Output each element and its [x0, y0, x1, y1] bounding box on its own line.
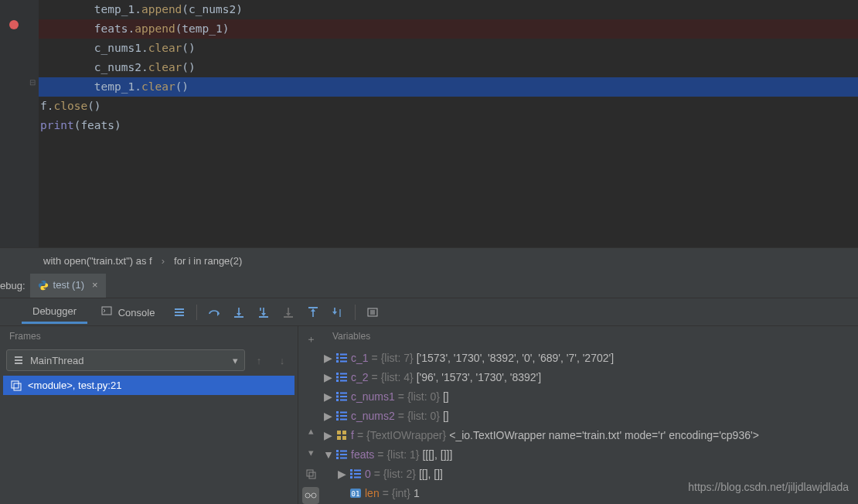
svg-rect-49: [350, 469, 352, 472]
variable-value: [[], []]: [419, 468, 443, 480]
svg-rect-40: [342, 431, 346, 434]
scroll-down-icon[interactable]: ▾: [302, 444, 319, 461]
code-editor[interactable]: ⊟ temp_1.append(c_nums2) feats.append(te…: [0, 0, 858, 247]
svg-rect-11: [307, 470, 313, 476]
variable-name: 0: [365, 468, 371, 480]
frame-prev-icon[interactable]: ↑: [250, 351, 268, 369]
code-line[interactable]: f.close(): [0, 97, 858, 116]
svg-text:01: 01: [352, 490, 360, 498]
code-line[interactable]: temp_1.clear(): [0, 77, 858, 97]
step-out-icon[interactable]: [302, 301, 324, 323]
var-type-icon: [335, 390, 348, 403]
variable-row[interactable]: ▼feats = {list: 1} [[[], []]]: [323, 444, 858, 464]
code-line[interactable]: print(feats): [0, 116, 858, 135]
variable-value: ['96', '1573', '1730', '8392']: [417, 371, 542, 383]
breadcrumb[interactable]: with open("train.txt") as f › for i in r…: [0, 247, 858, 274]
variable-row[interactable]: ▶c_nums1 = {list: 0} []: [323, 387, 858, 406]
step-into-my-code-icon[interactable]: [253, 301, 274, 323]
code-line[interactable]: c_nums1.clear(): [0, 39, 858, 58]
svg-rect-42: [342, 436, 346, 440]
tree-toggle-icon[interactable]: ▼: [323, 448, 332, 461]
var-type-icon: [335, 448, 348, 461]
svg-rect-18: [340, 353, 347, 355]
svg-rect-19: [340, 357, 347, 359]
variable-value: []: [443, 410, 449, 422]
stack-frame[interactable]: <module>, test.py:21: [3, 376, 295, 395]
breadcrumb-item[interactable]: for i in range(2): [174, 255, 242, 267]
editor-gutter[interactable]: ⊟: [0, 0, 39, 247]
console-icon: [101, 305, 112, 316]
svg-rect-48: [340, 457, 347, 458]
variable-value: []: [443, 390, 449, 403]
svg-rect-23: [336, 380, 339, 382]
force-step-into-icon[interactable]: [277, 301, 299, 323]
variable-type: = {TextIOWrapper}: [357, 429, 446, 441]
svg-rect-39: [337, 431, 341, 434]
tree-toggle-icon[interactable]: ▶: [323, 371, 332, 383]
svg-rect-54: [354, 476, 361, 478]
chevron-down-icon: ▾: [233, 355, 238, 366]
svg-rect-35: [336, 418, 339, 421]
run-config-tab[interactable]: test (1) ×: [30, 274, 106, 298]
tree-toggle-icon[interactable]: ▶: [337, 468, 346, 480]
run-to-cursor-icon[interactable]: [327, 301, 349, 323]
tree-toggle-icon[interactable]: ▶: [323, 390, 332, 403]
scroll-up-icon[interactable]: ▴: [302, 422, 319, 439]
copy-icon[interactable]: [302, 465, 319, 482]
svg-rect-41: [337, 436, 341, 440]
svg-rect-3: [284, 316, 293, 318]
tree-toggle-icon[interactable]: ▶: [323, 352, 332, 364]
thread-selector[interactable]: MainThread ▾: [6, 349, 245, 371]
variable-row[interactable]: ▶c_nums2 = {list: 0} []: [323, 406, 858, 425]
breadcrumb-item[interactable]: with open("train.txt") as f: [43, 255, 152, 267]
toolbar-divider: [355, 305, 356, 320]
step-over-icon[interactable]: [203, 301, 225, 323]
svg-rect-50: [350, 472, 352, 475]
variable-row[interactable]: ▶c_1 = {list: 7} ['1573', '1730', '8392'…: [323, 348, 858, 367]
svg-rect-31: [340, 396, 347, 397]
code-line[interactable]: feats.append(temp_1): [0, 19, 858, 39]
fold-marker-icon[interactable]: ⊟: [29, 78, 37, 87]
variable-value: 1: [414, 487, 420, 499]
console-label: Console: [118, 307, 155, 318]
svg-rect-26: [340, 380, 347, 381]
close-icon[interactable]: ×: [92, 279, 98, 291]
tree-toggle-icon[interactable]: [337, 487, 346, 499]
code-line[interactable]: temp_1.append(c_nums2): [0, 0, 858, 19]
breakpoint-dot[interactable]: [9, 20, 19, 29]
svg-rect-43: [336, 450, 339, 452]
evaluate-expression-icon[interactable]: [362, 301, 383, 323]
stack-icon: [13, 355, 24, 366]
var-type-icon: [335, 429, 348, 441]
svg-rect-4: [308, 307, 318, 308]
svg-rect-37: [340, 415, 347, 417]
code-line[interactable]: c_nums2.clear(): [0, 58, 858, 77]
tree-toggle-icon[interactable]: ▶: [323, 410, 332, 422]
variable-row[interactable]: ▶f = {TextIOWrapper} <_io.TextIOWrapper …: [323, 425, 858, 444]
watermark: https://blog.csdn.net/jiljdlawjdlada: [688, 481, 849, 493]
threads-icon[interactable]: [169, 301, 190, 323]
variable-name: f: [351, 429, 354, 441]
variable-name: c_nums1: [351, 390, 395, 403]
svg-rect-53: [354, 473, 361, 475]
var-type-icon: [349, 468, 362, 480]
frame-next-icon[interactable]: ↓: [273, 351, 291, 369]
glasses-icon[interactable]: [302, 487, 319, 504]
svg-rect-25: [340, 376, 347, 378]
tab-debugger[interactable]: Debugger: [22, 301, 87, 324]
var-type-icon: [335, 371, 348, 383]
svg-rect-52: [354, 469, 361, 471]
variable-row[interactable]: ▶c_2 = {list: 4} ['96', '1573', '1730', …: [323, 367, 858, 387]
frame-label: <module>, test.py:21: [28, 380, 121, 391]
debug-toolbar: Debugger Console: [0, 298, 858, 326]
svg-rect-9: [12, 381, 19, 388]
svg-rect-51: [350, 476, 352, 478]
svg-rect-2: [259, 316, 268, 318]
add-watch-icon[interactable]: ＋: [302, 331, 319, 348]
variable-name: feats: [351, 448, 374, 461]
debug-tabstrip: ebug: test (1) ×: [0, 274, 858, 298]
step-into-icon[interactable]: [228, 301, 250, 323]
svg-rect-10: [14, 383, 21, 390]
tree-toggle-icon[interactable]: ▶: [323, 429, 332, 441]
tab-console[interactable]: Console: [90, 301, 165, 323]
